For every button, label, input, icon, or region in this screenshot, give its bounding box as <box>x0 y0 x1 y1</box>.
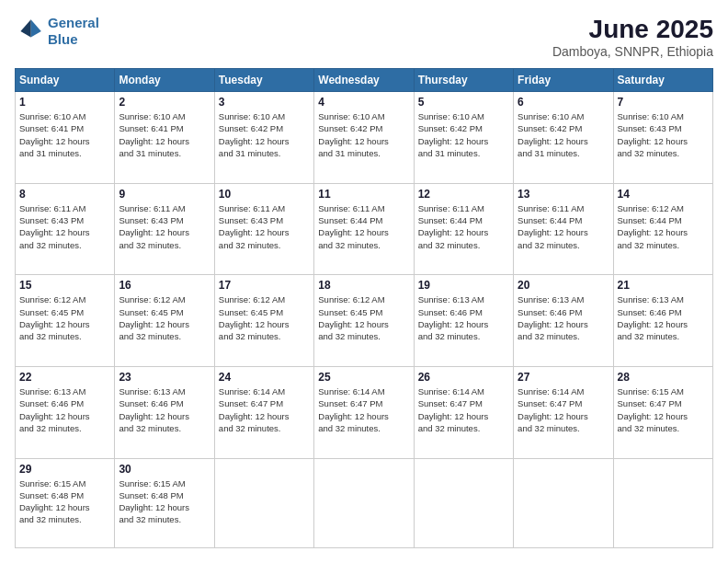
header-sunday: Sunday <box>16 69 115 92</box>
day-20: 20 Sunrise: 6:13 AMSunset: 6:46 PMDaylig… <box>514 275 613 367</box>
day-9: 9 Sunrise: 6:11 AMSunset: 6:43 PMDayligh… <box>115 183 214 275</box>
day-6: 6 Sunrise: 6:10 AMSunset: 6:42 PMDayligh… <box>514 92 613 184</box>
week-row-1: 1 Sunrise: 6:10 AMSunset: 6:41 PMDayligh… <box>16 92 713 184</box>
day-21: 21 Sunrise: 6:13 AMSunset: 6:46 PMDaylig… <box>613 275 712 367</box>
day-28: 28 Sunrise: 6:15 AMSunset: 6:47 PMDaylig… <box>613 366 712 458</box>
logo: General Blue <box>15 15 99 48</box>
calendar-title: June 2025 <box>552 15 713 44</box>
header-friday: Friday <box>514 69 613 92</box>
calendar-table: Sunday Monday Tuesday Wednesday Thursday… <box>15 68 713 548</box>
svg-marker-0 <box>31 19 41 37</box>
day-8: 8 Sunrise: 6:11 AMSunset: 6:43 PMDayligh… <box>16 183 115 275</box>
week-row-3: 15 Sunrise: 6:12 AMSunset: 6:45 PMDaylig… <box>16 275 713 367</box>
empty-cell-1 <box>214 458 313 547</box>
day-26: 26 Sunrise: 6:14 AMSunset: 6:47 PMDaylig… <box>414 366 513 458</box>
day-24: 24 Sunrise: 6:14 AMSunset: 6:47 PMDaylig… <box>214 366 313 458</box>
day-27: 27 Sunrise: 6:14 AMSunset: 6:47 PMDaylig… <box>514 366 613 458</box>
day-18: 18 Sunrise: 6:12 AMSunset: 6:45 PMDaylig… <box>314 275 414 367</box>
day-30: 30 Sunrise: 6:15 AMSunset: 6:48 PMDaylig… <box>115 458 214 547</box>
logo-text: General Blue <box>48 15 99 48</box>
empty-cell-5 <box>613 458 712 547</box>
page: General Blue June 2025 Damboya, SNNPR, E… <box>0 0 728 563</box>
header-monday: Monday <box>115 69 214 92</box>
day-25: 25 Sunrise: 6:14 AMSunset: 6:47 PMDaylig… <box>314 366 414 458</box>
day-5: 5 Sunrise: 6:10 AMSunset: 6:42 PMDayligh… <box>414 92 513 184</box>
header-tuesday: Tuesday <box>214 69 313 92</box>
day-23: 23 Sunrise: 6:13 AMSunset: 6:46 PMDaylig… <box>115 366 214 458</box>
logo-line2: Blue <box>48 31 78 47</box>
header-thursday: Thursday <box>414 69 513 92</box>
day-16: 16 Sunrise: 6:12 AMSunset: 6:45 PMDaylig… <box>115 275 214 367</box>
day-1: 1 Sunrise: 6:10 AMSunset: 6:41 PMDayligh… <box>16 92 115 184</box>
day-7: 7 Sunrise: 6:10 AMSunset: 6:43 PMDayligh… <box>613 92 712 184</box>
day-3: 3 Sunrise: 6:10 AMSunset: 6:42 PMDayligh… <box>214 92 313 184</box>
week-row-5: 29 Sunrise: 6:15 AMSunset: 6:48 PMDaylig… <box>16 458 713 547</box>
empty-cell-4 <box>514 458 613 547</box>
day-4: 4 Sunrise: 6:10 AMSunset: 6:42 PMDayligh… <box>314 92 414 184</box>
calendar-subtitle: Damboya, SNNPR, Ethiopia <box>552 44 713 59</box>
empty-cell-3 <box>414 458 513 547</box>
day-10: 10 Sunrise: 6:11 AMSunset: 6:43 PMDaylig… <box>214 183 313 275</box>
week-row-4: 22 Sunrise: 6:13 AMSunset: 6:46 PMDaylig… <box>16 366 713 458</box>
title-block: June 2025 Damboya, SNNPR, Ethiopia <box>552 15 713 59</box>
day-19: 19 Sunrise: 6:13 AMSunset: 6:46 PMDaylig… <box>414 275 513 367</box>
day-17: 17 Sunrise: 6:12 AMSunset: 6:45 PMDaylig… <box>214 275 313 367</box>
week-row-2: 8 Sunrise: 6:11 AMSunset: 6:43 PMDayligh… <box>16 183 713 275</box>
header-saturday: Saturday <box>613 69 712 92</box>
calendar-body: 1 Sunrise: 6:10 AMSunset: 6:41 PMDayligh… <box>16 92 713 548</box>
day-11: 11 Sunrise: 6:11 AMSunset: 6:44 PMDaylig… <box>314 183 414 275</box>
logo-line1: General <box>48 15 99 30</box>
day-14: 14 Sunrise: 6:12 AMSunset: 6:44 PMDaylig… <box>613 183 712 275</box>
day-15: 15 Sunrise: 6:12 AMSunset: 6:45 PMDaylig… <box>16 275 115 367</box>
day-12: 12 Sunrise: 6:11 AMSunset: 6:44 PMDaylig… <box>414 183 513 275</box>
day-2: 2 Sunrise: 6:10 AMSunset: 6:41 PMDayligh… <box>115 92 214 184</box>
header-wednesday: Wednesday <box>314 69 414 92</box>
day-22: 22 Sunrise: 6:13 AMSunset: 6:46 PMDaylig… <box>16 366 115 458</box>
logo-icon <box>15 17 44 46</box>
header: General Blue June 2025 Damboya, SNNPR, E… <box>15 15 713 59</box>
calendar-header-row: Sunday Monday Tuesday Wednesday Thursday… <box>16 69 713 92</box>
day-29: 29 Sunrise: 6:15 AMSunset: 6:48 PMDaylig… <box>16 458 115 547</box>
svg-marker-1 <box>20 19 30 37</box>
empty-cell-2 <box>314 458 414 547</box>
day-13: 13 Sunrise: 6:11 AMSunset: 6:44 PMDaylig… <box>514 183 613 275</box>
